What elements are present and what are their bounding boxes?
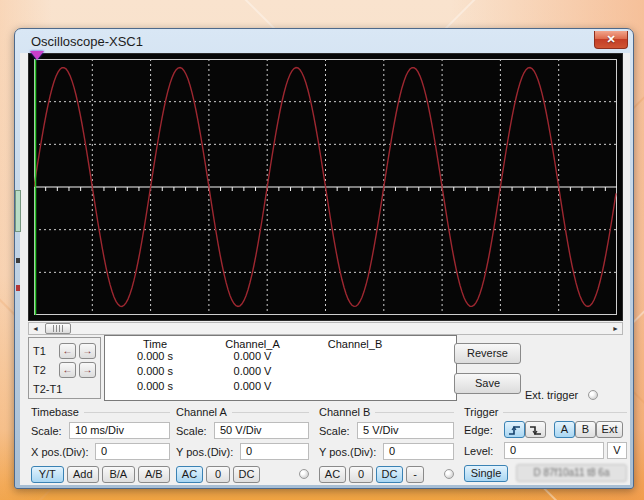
t2-right-button[interactable]: → (79, 362, 96, 378)
scrollbar-thumb[interactable] (45, 323, 71, 334)
timebase-ab-button[interactable]: A/B (138, 466, 171, 483)
scope-grid-and-waveform (34, 59, 617, 315)
channel-b-section: Channel B Scale: 5 V/Div Y pos.(Div): 0 … (319, 405, 454, 489)
channel-a-legend: Channel A (176, 406, 227, 418)
table-row: 0.000 s 0.000 V (105, 365, 456, 380)
falling-edge-icon (529, 425, 542, 436)
background-artifact (16, 285, 20, 291)
col-header-time: Time (105, 338, 205, 350)
dialog-content: ◄ ► T1 ← → T2 ← → T2-T1 Time Chann (20, 53, 630, 485)
t1-right-button[interactable]: → (79, 343, 96, 359)
channel-b-zero-button[interactable]: 0 (349, 466, 373, 483)
measurement-table: Time Channel_A Channel_B 0.000 s 0.000 V… (104, 335, 457, 401)
scroll-right-icon[interactable]: ► (609, 323, 622, 334)
scroll-left-icon[interactable]: ◄ (29, 323, 42, 334)
channel-b-indicator (444, 469, 454, 479)
t2-t1-label: T2-T1 (33, 383, 62, 395)
timebase-ba-button[interactable]: B/A (102, 466, 135, 483)
ext-trigger-indicator (588, 390, 598, 400)
trigger-level-label: Level: (464, 445, 504, 457)
channel-a-scale-label: Scale: (176, 425, 214, 437)
cursor1-marker-icon[interactable] (30, 51, 44, 60)
channel-b-legend: Channel B (319, 406, 370, 418)
channel-b-minus-button[interactable]: - (406, 466, 424, 483)
oscilloscope-window: Oscilloscope-XSC1 ✕ ◄ ► T1 ← → T2 ← → (14, 28, 634, 489)
channel-a-zero-button[interactable]: 0 (206, 466, 230, 483)
timebase-section: Timebase Scale: 10 ms/Div X pos.(Div): 0… (31, 405, 170, 489)
channel-b-scale-field[interactable]: 5 V/Div (357, 422, 454, 439)
channel-b-ypos-label: Y pos.(Div): (319, 446, 383, 458)
timebase-yt-button[interactable]: Y/T (31, 466, 64, 483)
timebase-xpos-label: X pos.(Div): (31, 446, 95, 458)
timebase-xpos-field[interactable]: 0 (95, 443, 170, 460)
t2-left-button[interactable]: ← (59, 362, 76, 378)
timebase-scale-label: Scale: (31, 425, 69, 437)
channel-a-scale-field[interactable]: 50 V/Div (214, 422, 309, 439)
cursor-panel: T1 ← → T2 ← → T2-T1 (28, 337, 101, 399)
timebase-scale-field[interactable]: 10 ms/Div (69, 422, 170, 439)
channel-b-scale-label: Scale: (319, 425, 357, 437)
watermark: D 87f10a11 t8 6a (516, 464, 627, 482)
trigger-section: Trigger Edge: A B Ext (464, 405, 627, 489)
col-header-channel-a: Channel_A (205, 338, 300, 350)
trigger-single-button[interactable]: Single (464, 465, 508, 482)
channel-a-section: Channel A Scale: 50 V/Div Y pos.(Div): 0… (176, 405, 309, 489)
channel-a-ac-button[interactable]: AC (176, 466, 203, 483)
close-button[interactable]: ✕ (594, 31, 628, 49)
t1-label: T1 (33, 345, 59, 357)
ext-trigger-label: Ext. trigger (525, 389, 578, 401)
trigger-level-unit-field[interactable]: V (607, 442, 627, 459)
scope-scrollbar[interactable]: ◄ ► (28, 322, 623, 335)
rising-edge-icon (508, 425, 521, 436)
channel-b-dc-button[interactable]: DC (376, 466, 403, 483)
window-title: Oscilloscope-XSC1 (31, 34, 143, 49)
channel-b-ac-button[interactable]: AC (319, 466, 346, 483)
col-header-channel-b: Channel_B (300, 338, 410, 350)
trigger-source-a-button[interactable]: A (554, 421, 575, 438)
channel-a-indicator (299, 469, 309, 479)
channel-a-ypos-label: Y pos.(Div): (176, 446, 240, 458)
scope-display (28, 53, 623, 321)
trigger-legend: Trigger (464, 406, 498, 418)
trigger-level-field[interactable]: 0 (504, 442, 604, 459)
title-bar[interactable]: Oscilloscope-XSC1 ✕ (15, 29, 633, 53)
trigger-edge-label: Edge: (464, 424, 504, 436)
background-artifact (15, 190, 21, 232)
background-artifact (16, 258, 20, 263)
channel-b-ypos-field[interactable]: 0 (383, 443, 454, 460)
table-row: 0.000 s 0.000 V (105, 380, 456, 395)
trigger-source-b-button[interactable]: B (575, 421, 596, 438)
channel-a-ypos-field[interactable]: 0 (240, 443, 309, 460)
reverse-button[interactable]: Reverse (454, 343, 521, 364)
rising-edge-button[interactable] (504, 421, 525, 438)
trigger-source-ext-button[interactable]: Ext (596, 421, 623, 438)
table-row: 0.000 s 0.000 V (105, 350, 456, 365)
t1-left-button[interactable]: ← (59, 343, 76, 359)
channel-a-dc-button[interactable]: DC (233, 466, 260, 483)
timebase-add-button[interactable]: Add (67, 466, 100, 483)
save-button[interactable]: Save (454, 373, 521, 394)
timebase-legend: Timebase (31, 406, 79, 418)
falling-edge-button[interactable] (525, 421, 546, 438)
t2-label: T2 (33, 364, 59, 376)
